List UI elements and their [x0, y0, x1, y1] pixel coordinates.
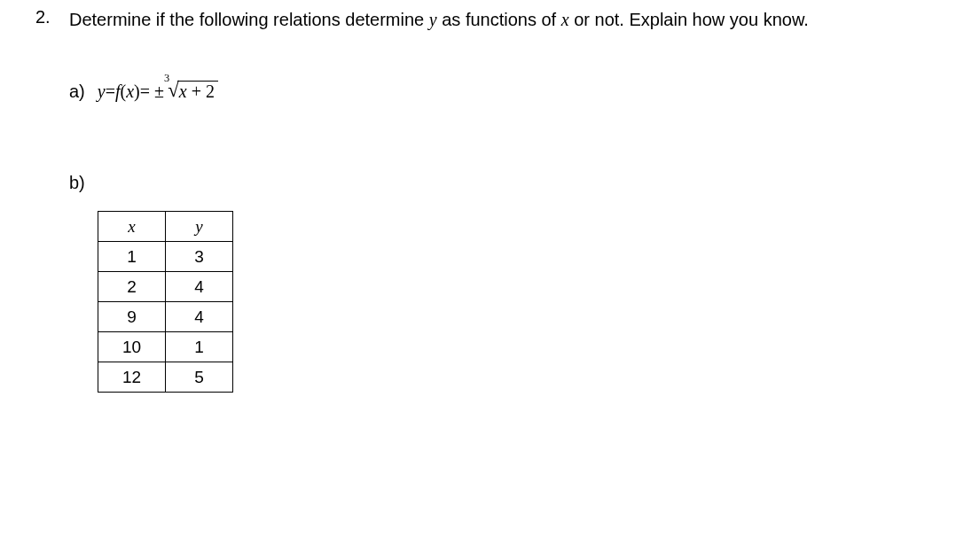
table-row: 12 5 — [98, 362, 233, 393]
cell-x: 2 — [98, 272, 166, 302]
header-y: y — [166, 212, 233, 242]
radical-symbol-icon: √ — [168, 80, 179, 100]
cell-x: 1 — [98, 242, 166, 272]
question-text-part3: or not. Explain how you know. — [569, 10, 809, 29]
question-text: Determine if the following relations det… — [69, 7, 809, 32]
variable-x: x — [561, 10, 569, 29]
radicand-x: x — [179, 82, 187, 101]
part-b-label: b) — [69, 173, 85, 192]
part-a: a) y = f(x) = ± 3√x + 2 — [69, 81, 921, 102]
xy-table: x y 1 3 2 4 9 4 10 1 12 5 — [98, 211, 233, 393]
cell-x: 12 — [98, 362, 166, 393]
cell-y: 4 — [166, 272, 233, 302]
table-row: 9 4 — [98, 302, 233, 332]
header-x: x — [98, 212, 166, 242]
question-block: 2. Determine if the following relations … — [35, 7, 921, 32]
table-row: 10 1 — [98, 332, 233, 362]
cell-x: 9 — [98, 302, 166, 332]
radicand-plus2: + 2 — [187, 82, 215, 101]
cell-y: 1 — [166, 332, 233, 362]
radicand: x + 2 — [177, 81, 218, 102]
eq-x-arg: x — [126, 82, 134, 102]
eq-paren-close: ) — [134, 82, 140, 102]
question-text-part2: as functions of — [437, 10, 561, 29]
table-row: 2 4 — [98, 272, 233, 302]
question-text-part1: Determine if the following relations det… — [69, 10, 429, 29]
variable-y: y — [429, 10, 437, 29]
cell-x: 10 — [98, 332, 166, 362]
eq-equals1: = — [106, 82, 115, 102]
part-b: b) — [69, 173, 921, 193]
eq-equals-pm: = ± — [140, 82, 164, 102]
eq-y: y — [98, 82, 106, 102]
question-number: 2. — [35, 7, 69, 27]
cell-y: 5 — [166, 362, 233, 393]
radical: 3√x + 2 — [164, 81, 218, 102]
cell-y: 4 — [166, 302, 233, 332]
table-row: 1 3 — [98, 242, 233, 272]
part-a-label: a) — [69, 82, 85, 102]
table-container: x y 1 3 2 4 9 4 10 1 12 5 — [98, 211, 921, 393]
equation: y = f(x) = ± 3√x + 2 — [98, 81, 218, 102]
cell-y: 3 — [166, 242, 233, 272]
table-header-row: x y — [98, 212, 233, 242]
